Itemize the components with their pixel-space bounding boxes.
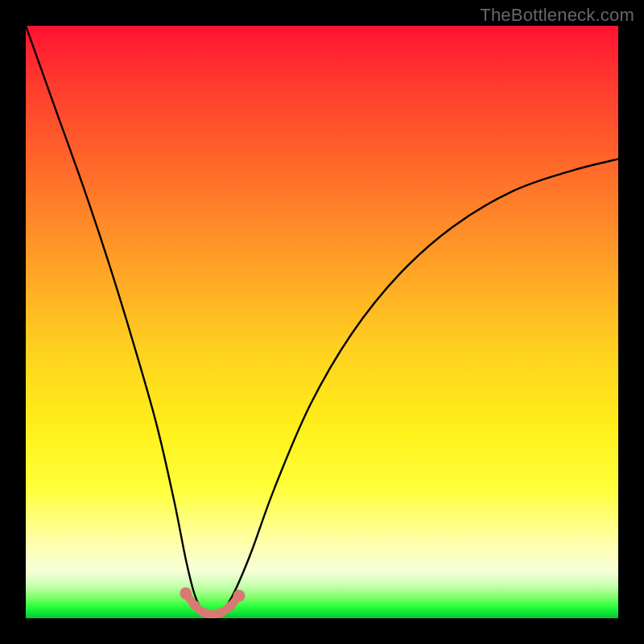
- min-marker: [180, 588, 192, 600]
- min-marker: [225, 601, 235, 611]
- min-marker: [199, 608, 208, 617]
- attribution-text: TheBottleneck.com: [480, 5, 634, 26]
- chart-frame: TheBottleneck.com: [0, 0, 644, 644]
- min-marker: [233, 590, 245, 602]
- chart-svg: [26, 26, 618, 618]
- min-marker: [217, 608, 226, 617]
- min-marker: [190, 601, 200, 610]
- bottleneck-curve: [26, 26, 618, 615]
- plot-area: [26, 26, 618, 618]
